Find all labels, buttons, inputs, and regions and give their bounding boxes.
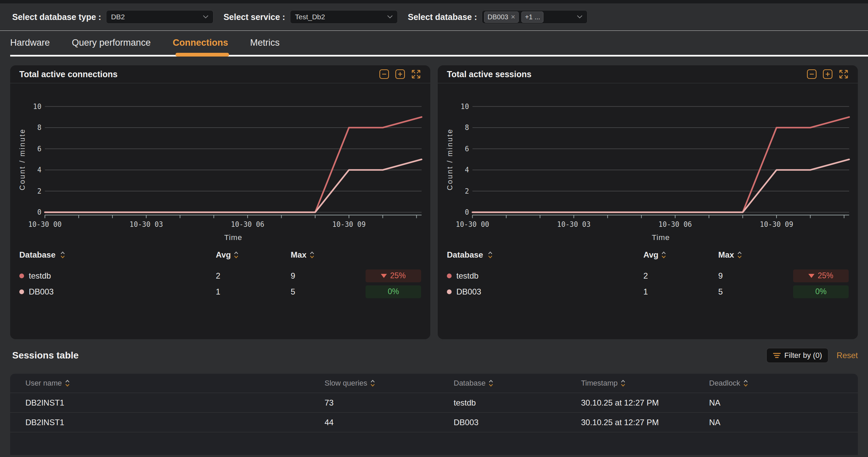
panel-header: Total active sessions: [438, 65, 858, 83]
service-select[interactable]: Test_Db2: [290, 10, 398, 24]
change-value: 25%: [818, 271, 833, 280]
sort-icon: [65, 379, 70, 387]
change-badge: 25%: [366, 269, 421, 282]
selected-database-chips: DB003 ✕ +1 ...: [484, 12, 577, 23]
database-label: Select database :: [408, 12, 477, 22]
tab-query-performance[interactable]: Query performance: [72, 38, 151, 48]
svg-text:10-30 09: 10-30 09: [332, 220, 366, 228]
legend-series-label: testdb: [29, 271, 51, 281]
panel-controls: [379, 69, 421, 79]
legend-max-value: 5: [291, 287, 366, 297]
legend-max-value: 9: [291, 271, 366, 281]
db-type-label: Select database type :: [12, 12, 101, 22]
column-header-label: User name: [25, 379, 62, 388]
svg-text:6: 6: [465, 145, 469, 153]
db-type-select[interactable]: DB2: [106, 10, 213, 24]
zoom-out-button[interactable]: [379, 69, 389, 79]
zoom-in-button[interactable]: [823, 69, 833, 79]
reset-link[interactable]: Reset: [836, 351, 858, 360]
sessions-table-header-row: User nameSlow queriesDatabaseTimestampDe…: [10, 374, 858, 393]
plus-icon: [395, 69, 405, 79]
zoom-in-button[interactable]: [395, 69, 405, 79]
connections-line-chart[interactable]: 024681010-30 0010-30 0310-30 0610-30 09T…: [10, 86, 430, 245]
legend-column-header-database[interactable]: Database: [19, 250, 216, 260]
more-databases-chip[interactable]: +1 ...: [521, 12, 543, 23]
zoom-out-button[interactable]: [807, 69, 817, 79]
table-cell: 30.10.25 at 12:27 PM: [581, 418, 709, 427]
column-header-timestamp[interactable]: Timestamp: [581, 379, 709, 388]
legend-column-header-avg[interactable]: Avg: [643, 250, 718, 260]
database-multiselect[interactable]: DB003 ✕ +1 ...: [482, 10, 587, 24]
tab-connections[interactable]: Connections: [173, 38, 228, 48]
legend-avg-value: 2: [216, 271, 291, 281]
tab-bar: Hardware Query performance Connections M…: [0, 31, 868, 55]
legend-column-label: Avg: [643, 250, 658, 260]
column-header-deadlock[interactable]: Deadlock: [709, 379, 843, 388]
svg-text:0: 0: [465, 208, 469, 216]
legend-change-cell: 25%: [366, 269, 421, 282]
active-tab-indicator: [175, 53, 229, 57]
svg-text:Count / minute: Count / minute: [446, 128, 454, 190]
table-row[interactable]: DB2INST173testdb30.10.25 at 12:27 PMNA: [10, 393, 858, 412]
change-badge: 25%: [793, 269, 849, 282]
sessions-section-title: Sessions table: [12, 350, 79, 361]
table-cell: 73: [325, 398, 454, 408]
db-type-value: DB2: [111, 13, 203, 21]
legend-header-row: DatabaseAvgMax: [447, 247, 849, 262]
svg-text:10: 10: [33, 103, 42, 111]
column-header-slow-queries[interactable]: Slow queries: [325, 379, 454, 388]
legend-row[interactable]: testdb2925%: [447, 268, 849, 284]
total-active-sessions-panel: Total active sessions 024681010-30 0010-…: [438, 65, 858, 339]
svg-text:8: 8: [465, 124, 469, 132]
sort-icon: [370, 379, 375, 387]
legend-column-header-database[interactable]: Database: [447, 250, 643, 260]
legend-column-label: Database: [447, 250, 483, 260]
sort-icon: [737, 251, 742, 259]
sessions-section-header: Sessions table Filter by (0) Reset: [10, 348, 858, 363]
legend-column-header-avg[interactable]: Avg: [216, 250, 291, 260]
legend-column-header-max[interactable]: Max: [718, 250, 793, 260]
svg-text:Time: Time: [652, 233, 670, 242]
tab-metrics[interactable]: Metrics: [250, 38, 280, 48]
legend-row[interactable]: DB003150%: [447, 284, 849, 300]
filter-by-button[interactable]: Filter by (0): [766, 348, 828, 363]
filter-bar: Select database type : DB2 Select servic…: [0, 3, 868, 31]
fullscreen-icon: [839, 69, 849, 80]
change-value: 25%: [390, 271, 406, 280]
legend-series-name: DB003: [447, 287, 643, 297]
column-header-label: Database: [454, 379, 485, 388]
panel-title: Total active connections: [19, 69, 118, 79]
triangle-down-icon: [381, 274, 387, 278]
sort-icon: [310, 251, 314, 259]
sessions-line-chart[interactable]: 024681010-30 0010-30 0310-30 0610-30 09T…: [438, 86, 858, 245]
svg-text:10-30 09: 10-30 09: [760, 220, 793, 228]
close-icon[interactable]: ✕: [511, 14, 515, 21]
legend-column-label: Avg: [216, 250, 231, 260]
service-value: Test_Db2: [295, 13, 387, 21]
chevron-down-icon: [203, 15, 208, 19]
chevron-down-icon: [387, 15, 393, 19]
service-filter: Select service : Test_Db2: [224, 10, 398, 24]
legend-column-header-max[interactable]: Max: [291, 250, 366, 260]
legend-row[interactable]: DB003150%: [19, 284, 421, 300]
total-active-connections-panel: Total active connections 024681010-30 00…: [10, 65, 430, 339]
svg-text:Time: Time: [224, 233, 242, 242]
svg-text:10-30 00: 10-30 00: [456, 220, 489, 228]
sort-icon: [60, 251, 65, 259]
legend-column-label: Max: [291, 250, 307, 260]
legend-row[interactable]: testdb2925%: [19, 268, 421, 284]
minus-icon: [807, 69, 817, 79]
window-top-strip: [0, 0, 868, 3]
legend-header-row: DatabaseAvgMax: [19, 247, 421, 262]
sort-icon: [234, 251, 239, 259]
column-header-database[interactable]: Database: [454, 379, 581, 388]
table-row[interactable]: DB2INST144DB00330.10.25 at 12:27 PMNA: [10, 412, 858, 432]
fullscreen-button[interactable]: [839, 69, 849, 79]
tab-hardware[interactable]: Hardware: [10, 38, 50, 48]
legend-series-name: testdb: [19, 271, 216, 281]
fullscreen-button[interactable]: [411, 69, 421, 79]
filter-icon: [773, 352, 781, 358]
column-header-user-name[interactable]: User name: [25, 379, 325, 388]
svg-text:10-30 03: 10-30 03: [129, 220, 163, 228]
table-cell: 30.10.25 at 12:27 PM: [581, 398, 709, 408]
